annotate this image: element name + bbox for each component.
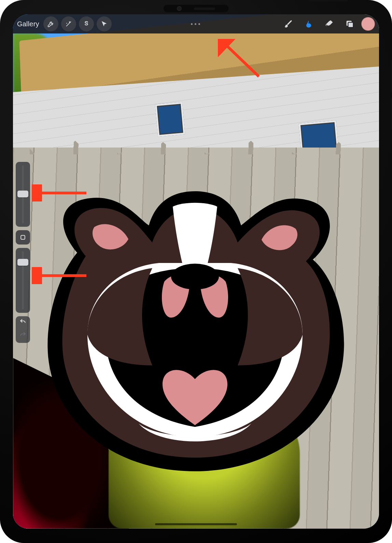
screen: Gallery (13, 14, 379, 529)
toolbar-center-group (114, 16, 277, 31)
selection-button[interactable] (79, 16, 94, 31)
redo-button[interactable] (19, 331, 27, 339)
s-selection-icon (83, 20, 90, 28)
layers-button[interactable] (341, 16, 359, 31)
ellipsis-icon (191, 23, 200, 25)
ipad-frame: Gallery (0, 0, 392, 543)
modify-menu-button[interactable] (188, 16, 203, 31)
svg-point-0 (171, 264, 219, 290)
modify-square-button[interactable] (16, 230, 30, 245)
svg-rect-2 (348, 22, 353, 27)
color-swatch-button[interactable] (361, 17, 375, 31)
layers-icon (345, 19, 354, 29)
square-icon (19, 234, 26, 241)
smudge-tool-button[interactable] (300, 16, 318, 31)
wrench-icon (47, 20, 55, 28)
brush-opacity-slider[interactable] (16, 248, 30, 313)
brush-size-slider[interactable] (16, 162, 30, 227)
undo-icon (19, 318, 27, 325)
svg-rect-3 (21, 235, 25, 239)
brush-icon (283, 19, 293, 29)
actions-button[interactable] (43, 16, 58, 31)
eraser-tool-button[interactable] (320, 16, 338, 31)
toolbar-left-group: Gallery (17, 16, 112, 31)
top-toolbar: Gallery (13, 14, 379, 33)
brush-opacity-thumb[interactable] (17, 259, 28, 266)
power-button-physical (308, 0, 348, 1)
volume-up-physical (391, 60, 392, 92)
wand-icon (65, 20, 72, 28)
home-indicator[interactable] (155, 523, 237, 525)
side-panel (13, 162, 33, 343)
brush-tool-button[interactable] (279, 16, 297, 31)
redo-icon (19, 331, 27, 338)
volume-down-physical (391, 97, 392, 130)
undo-redo-group (16, 316, 30, 343)
toolbar-right-group (279, 16, 375, 31)
brush-size-thumb[interactable] (17, 191, 28, 197)
undo-button[interactable] (19, 318, 27, 326)
transform-button[interactable] (97, 16, 112, 31)
house-window-left (155, 102, 185, 137)
dog-illustration (36, 188, 354, 478)
adjustments-button[interactable] (61, 16, 76, 31)
smudge-icon (304, 19, 313, 29)
canvas-artwork[interactable] (13, 14, 379, 529)
eraser-icon (324, 19, 334, 29)
gallery-button[interactable]: Gallery (17, 20, 39, 28)
arrow-cursor-icon (100, 20, 108, 28)
sensor-island (164, 5, 228, 12)
